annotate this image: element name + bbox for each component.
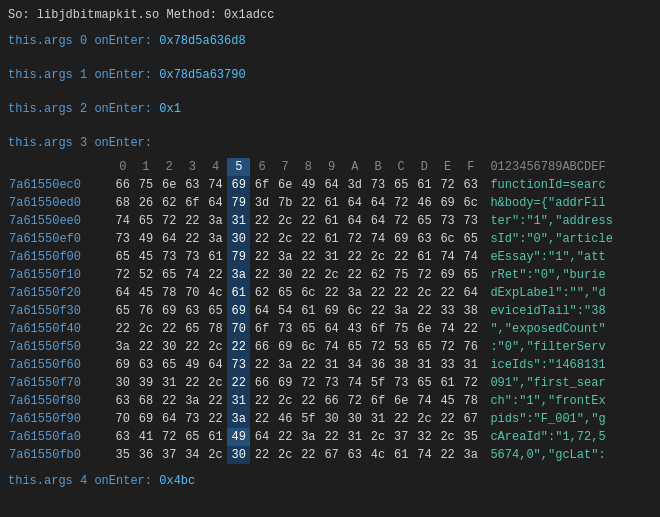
hex-cell: 6e [274,176,297,194]
hex-cell: 75 [134,176,157,194]
hex-cell: 62 [366,266,389,284]
args-label-2: this.args 2 onEnter: [8,102,152,116]
hex-cell: 22 [297,356,320,374]
hex-cell: 70 [227,320,250,338]
hex-cell: 30 [111,374,134,392]
hex-cell: 3a [297,428,320,446]
hex-cell: 38 [390,356,413,374]
hex-cell: 72 [366,338,389,356]
hex-cell: 63 [343,446,366,464]
hex-cell: 72 [343,230,366,248]
hex-cell: 2c [320,266,343,284]
hex-col-header: B [366,158,389,176]
hex-cell: 30 [227,230,250,248]
hex-col-header: C [390,158,413,176]
hex-cell: 3a [227,410,250,428]
hex-cell: 67 [320,446,343,464]
hex-cell: 37 [158,446,181,464]
hex-addr: 7a61550f60 [8,356,111,374]
hex-cell: 74 [413,446,436,464]
hex-cell: 73 [181,410,204,428]
hex-cell: 46 [274,410,297,428]
hex-cell: 2c [274,230,297,248]
hex-cell: 64 [320,320,343,338]
args4-line: this.args 4 onEnter: 0x4bc [8,472,652,490]
hex-cell: 69 [134,410,157,428]
hex-cell: 78 [158,284,181,302]
args-value-2: 0x1 [159,102,181,116]
hex-col-header: 0123456789ABCDEF [482,158,652,176]
hex-cell: 31 [343,428,366,446]
hex-cell: 69 [158,302,181,320]
hex-cell: 31 [459,356,482,374]
hex-cell: 64 [343,194,366,212]
hex-col-header: 7 [274,158,297,176]
hex-table: 0123456789ABCDEF0123456789ABCDEF 7a61550… [8,158,652,464]
hex-cell: 30 [274,266,297,284]
hex-cell: 26 [134,194,157,212]
hex-cell: 62 [158,194,181,212]
hex-cell: 63 [134,356,157,374]
hex-cell: 61 [320,212,343,230]
hex-cell: 72 [413,266,436,284]
args-label-1: this.args 1 onEnter: [8,68,152,82]
hex-cell: 22 [250,356,273,374]
hex-cell: 61 [413,248,436,266]
hex-col-header: 6 [250,158,273,176]
hex-cell: 43 [343,320,366,338]
hex-cell: 46 [413,194,436,212]
hex-cell: 6f [181,194,204,212]
hex-cell: 22 [343,248,366,266]
hex-ascii: ","exposedCount" [482,320,652,338]
hex-cell: 6c [459,194,482,212]
hex-cell: 65 [459,230,482,248]
hex-cell: 74 [204,176,227,194]
hex-cell: 73 [390,374,413,392]
hex-cell: 22 [297,446,320,464]
hex-cell: 22 [297,230,320,248]
hex-cell: 22 [181,338,204,356]
hex-cell: 6f [250,176,273,194]
hex-cell: 2c [204,446,227,464]
hex-cell: 2c [274,446,297,464]
args-line-2: this.args 2 onEnter: 0x1 [8,100,652,118]
table-row: 7a61550fa063417265614964223a22312c37322c… [8,428,652,446]
hex-cell: 22 [366,284,389,302]
hex-cell: 38 [459,302,482,320]
hex-cell: 35 [459,428,482,446]
hex-cell: 45 [436,392,459,410]
hex-cell: 69 [436,194,459,212]
hex-cell: 78 [459,392,482,410]
hex-cell: 6c [297,338,320,356]
hex-cell: 49 [181,356,204,374]
hex-ascii: ch":"1","frontEx [482,392,652,410]
hex-cell: 49 [134,230,157,248]
hex-cell: 22 [390,284,413,302]
hex-cell: 73 [459,212,482,230]
table-row: 7a61550f60696365496473223a22313436383133… [8,356,652,374]
hex-cell: 69 [274,374,297,392]
hex-cell: 3a [204,230,227,248]
hex-cell: 64 [204,194,227,212]
hex-addr: 7a61550ef0 [8,230,111,248]
table-row: 7a61550ef0734964223a30222c2261727469636c… [8,230,652,248]
hex-cell: 72 [436,176,459,194]
hex-cell: 72 [459,374,482,392]
hex-cell: 73 [111,230,134,248]
hex-cell: 22 [250,446,273,464]
hex-cell: 37 [390,428,413,446]
args4-value: 0x4bc [159,474,195,488]
hex-cell: 69 [274,338,297,356]
hex-col-header: F [459,158,482,176]
hex-cell: 74 [436,320,459,338]
hex-cell: 64 [204,356,227,374]
hex-cell: 65 [413,338,436,356]
hex-cell: 66 [250,338,273,356]
hex-cell: 65 [111,302,134,320]
hex-cell: 64 [158,410,181,428]
hex-cell: 72 [297,374,320,392]
hex-cell: 22 [134,338,157,356]
hex-addr: 7a61550f30 [8,302,111,320]
hex-cell: 22 [204,266,227,284]
hex-addr: 7a61550f00 [8,248,111,266]
